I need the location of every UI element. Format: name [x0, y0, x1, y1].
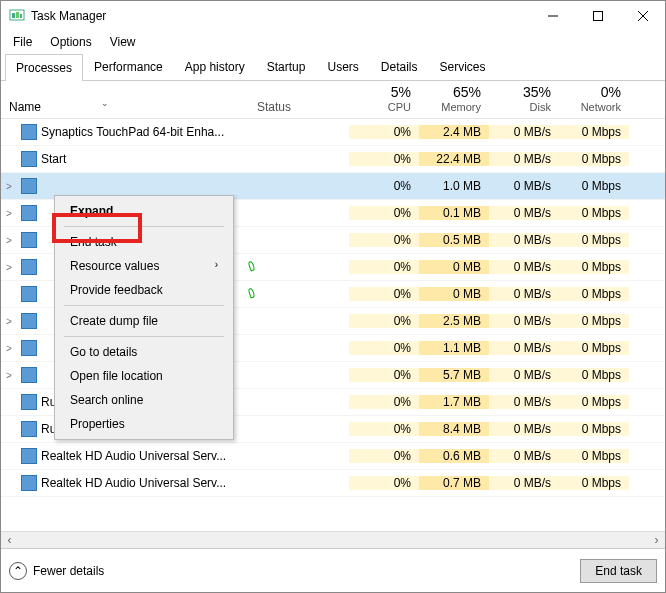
col-status[interactable]: Status — [249, 96, 349, 118]
col-network[interactable]: 0%Network — [559, 80, 629, 118]
col-memory[interactable]: 65%Memory — [419, 80, 489, 118]
cpu-value: 0% — [349, 179, 419, 193]
menu-create-dump[interactable]: Create dump file — [58, 309, 230, 333]
horizontal-scrollbar[interactable]: ‹ › — [1, 531, 665, 548]
menu-resource-values[interactable]: Resource values› — [58, 254, 230, 278]
context-menu: Expand End task Resource values› Provide… — [54, 195, 234, 440]
cpu-value: 0% — [349, 152, 419, 166]
network-value: 0 Mbps — [559, 206, 629, 220]
menu-file[interactable]: File — [5, 33, 40, 51]
cpu-value: 0% — [349, 449, 419, 463]
cpu-value: 0% — [349, 260, 419, 274]
memory-value: 8.4 MB — [419, 422, 489, 436]
process-icon — [21, 475, 37, 491]
expand-icon[interactable]: > — [1, 343, 17, 354]
expand-icon[interactable]: > — [1, 316, 17, 327]
col-cpu[interactable]: 5%CPU — [349, 80, 419, 118]
leaf-icon — [247, 260, 255, 271]
scroll-right-icon[interactable]: › — [648, 532, 665, 548]
cpu-value: 0% — [349, 233, 419, 247]
cpu-value: 0% — [349, 341, 419, 355]
disk-value: 0 MB/s — [489, 395, 559, 409]
fewer-details-button[interactable]: ⌃ Fewer details — [9, 562, 580, 580]
disk-value: 0 MB/s — [489, 287, 559, 301]
menu-expand[interactable]: Expand — [58, 199, 230, 223]
process-icon — [21, 205, 37, 221]
memory-value: 5.7 MB — [419, 368, 489, 382]
memory-value: 0 MB — [419, 287, 489, 301]
expand-icon[interactable]: > — [1, 262, 17, 273]
cpu-value: 0% — [349, 368, 419, 382]
menubar: File Options View — [1, 31, 665, 53]
tab-performance[interactable]: Performance — [83, 53, 174, 80]
end-task-button[interactable]: End task — [580, 559, 657, 583]
scroll-left-icon[interactable]: ‹ — [1, 532, 18, 548]
table-row[interactable]: Start0%22.4 MB0 MB/s0 Mbps — [1, 146, 665, 173]
table-row[interactable]: Realtek HD Audio Universal Serv...0%0.6 … — [1, 443, 665, 470]
chevron-up-icon: ⌃ — [9, 562, 27, 580]
process-icon — [21, 124, 37, 140]
menu-options[interactable]: Options — [42, 33, 99, 51]
process-name: Realtek HD Audio Universal Serv... — [41, 476, 249, 490]
process-icon — [21, 313, 37, 329]
expand-icon[interactable]: > — [1, 208, 17, 219]
tab-users[interactable]: Users — [316, 53, 369, 80]
network-value: 0 Mbps — [559, 179, 629, 193]
table-row[interactable]: Synaptics TouchPad 64-bit Enha...0%2.4 M… — [1, 119, 665, 146]
disk-value: 0 MB/s — [489, 233, 559, 247]
network-value: 0 Mbps — [559, 260, 629, 274]
menu-properties[interactable]: Properties — [58, 412, 230, 436]
maximize-button[interactable] — [575, 1, 620, 31]
table-row[interactable]: Realtek HD Audio Universal Serv...0%0.7 … — [1, 470, 665, 497]
cpu-value: 0% — [349, 125, 419, 139]
menu-search-online[interactable]: Search online — [58, 388, 230, 412]
menu-provide-feedback[interactable]: Provide feedback — [58, 278, 230, 302]
disk-value: 0 MB/s — [489, 125, 559, 139]
cpu-value: 0% — [349, 395, 419, 409]
disk-value: 0 MB/s — [489, 449, 559, 463]
memory-value: 0.5 MB — [419, 233, 489, 247]
expand-icon[interactable]: > — [1, 181, 17, 192]
network-value: 0 Mbps — [559, 314, 629, 328]
disk-value: 0 MB/s — [489, 179, 559, 193]
menu-open-file-location[interactable]: Open file location — [58, 364, 230, 388]
tab-startup[interactable]: Startup — [256, 53, 317, 80]
process-icon — [21, 232, 37, 248]
tabs: Processes Performance App history Startu… — [1, 53, 665, 81]
tab-details[interactable]: Details — [370, 53, 429, 80]
memory-value: 0 MB — [419, 260, 489, 274]
memory-value: 1.0 MB — [419, 179, 489, 193]
process-icon — [21, 151, 37, 167]
memory-value: 0.7 MB — [419, 476, 489, 490]
network-value: 0 Mbps — [559, 368, 629, 382]
disk-value: 0 MB/s — [489, 341, 559, 355]
expand-icon[interactable]: > — [1, 235, 17, 246]
col-disk[interactable]: 35%Disk — [489, 80, 559, 118]
disk-value: 0 MB/s — [489, 368, 559, 382]
menu-end-task[interactable]: End task — [58, 230, 230, 254]
disk-value: 0 MB/s — [489, 314, 559, 328]
network-value: 0 Mbps — [559, 422, 629, 436]
close-button[interactable] — [620, 1, 665, 31]
expand-icon[interactable]: > — [1, 370, 17, 381]
svg-rect-2 — [16, 12, 19, 18]
col-name[interactable]: ⌄ Name — [1, 96, 249, 118]
process-icon — [21, 394, 37, 410]
memory-value: 0.6 MB — [419, 449, 489, 463]
disk-value: 0 MB/s — [489, 260, 559, 274]
tab-services[interactable]: Services — [429, 53, 497, 80]
network-value: 0 Mbps — [559, 125, 629, 139]
menu-go-to-details[interactable]: Go to details — [58, 340, 230, 364]
process-name: Synaptics TouchPad 64-bit Enha... — [41, 125, 249, 139]
process-icon — [21, 421, 37, 437]
menu-separator — [64, 226, 224, 227]
process-icon — [21, 448, 37, 464]
memory-value: 1.7 MB — [419, 395, 489, 409]
tab-app-history[interactable]: App history — [174, 53, 256, 80]
tab-processes[interactable]: Processes — [5, 54, 83, 81]
leaf-icon — [247, 287, 255, 298]
col-name-label: Name — [9, 100, 41, 114]
memory-value: 1.1 MB — [419, 341, 489, 355]
menu-view[interactable]: View — [102, 33, 144, 51]
minimize-button[interactable] — [530, 1, 575, 31]
